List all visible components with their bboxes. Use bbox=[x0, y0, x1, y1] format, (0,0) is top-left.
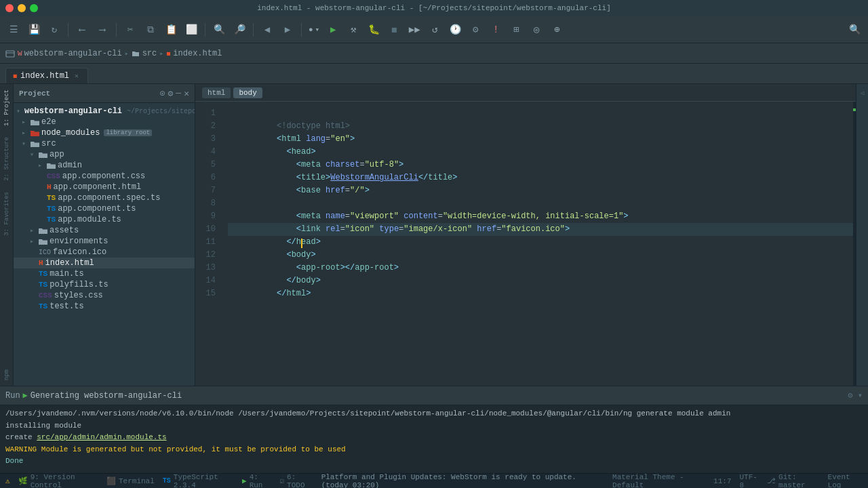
tree-settings-icon[interactable]: ⚙ bbox=[168, 88, 174, 99]
tree-item-app-css[interactable]: ▸ CSS app.component.css bbox=[14, 171, 195, 182]
maximize-button[interactable] bbox=[30, 4, 38, 12]
forward-button[interactable]: ▶ bbox=[278, 20, 297, 39]
refresh-button[interactable]: ↻ bbox=[45, 20, 64, 39]
search-everywhere-button[interactable]: 🔍 bbox=[845, 20, 864, 39]
panel-tab-npm[interactable]: npm bbox=[2, 364, 12, 386]
history-button[interactable]: 🕐 bbox=[446, 20, 465, 39]
window-title: index.html - webstorm-angular-cli - [~/P… bbox=[257, 4, 611, 12]
debug-button[interactable]: 🐛 bbox=[364, 20, 383, 39]
panel-tab-favorites[interactable]: 3: Favorites bbox=[2, 186, 12, 241]
save-button[interactable]: 💾 bbox=[24, 20, 43, 39]
tree-label-app-html: app.component.html bbox=[54, 182, 142, 192]
run-config-dropdown[interactable]: ● ▾ bbox=[306, 20, 322, 39]
code-line-1: <!doctype html> bbox=[228, 107, 856, 120]
status-typescript[interactable]: TS TypeScript 2.3.4 bbox=[163, 473, 234, 489]
svg-rect-0 bbox=[6, 51, 14, 57]
tree-collapse-icon[interactable]: — bbox=[176, 88, 181, 99]
redo-button[interactable]: ⟶ bbox=[93, 20, 112, 39]
test-button[interactable]: ◎ bbox=[527, 20, 546, 39]
panel-tab-project[interactable]: 1: Project bbox=[2, 84, 12, 131]
line-num-10: 10 bbox=[195, 223, 222, 236]
tree-item-index-html[interactable]: ▸ H index.html bbox=[14, 258, 195, 268]
status-event-log[interactable]: Event Log bbox=[828, 473, 863, 489]
window-controls bbox=[5, 4, 38, 12]
status-todo[interactable]: ☑ 6: TODO bbox=[279, 473, 313, 489]
tree-item-node-modules[interactable]: ▸ node_modules library root bbox=[14, 127, 195, 138]
settings-button[interactable]: ⚙ bbox=[466, 20, 485, 39]
nav-arrow-1: ▸ bbox=[125, 49, 129, 58]
tab-index-html[interactable]: ◼ index.html ✕ bbox=[5, 68, 88, 83]
back-button[interactable]: ◀ bbox=[258, 20, 277, 39]
tree-label-e2e: e2e bbox=[41, 117, 56, 127]
folder-icon-app bbox=[39, 151, 47, 159]
frame-button[interactable]: ⬜ bbox=[182, 20, 201, 39]
tree-item-main-ts[interactable]: ▸ TS main.ts bbox=[14, 268, 195, 279]
tree-item-polyfills[interactable]: ▸ TS polyfills.ts bbox=[14, 279, 195, 290]
run-label: Run ▶ Generating webstorm-angular-cli bbox=[5, 390, 182, 401]
stop-button[interactable]: ◼ bbox=[384, 20, 403, 39]
extra-button[interactable]: ⊕ bbox=[547, 20, 566, 39]
undo-button[interactable]: ⟵ bbox=[73, 20, 92, 39]
tree-item-module-ts[interactable]: ▸ TS app.module.ts bbox=[14, 214, 195, 225]
breadcrumb-html[interactable]: html bbox=[202, 87, 231, 98]
tree-item-app[interactable]: ▾ app bbox=[14, 149, 195, 160]
separator-5 bbox=[301, 23, 302, 37]
code-line-4: <meta charset="utf-8"> bbox=[228, 146, 856, 159]
find-button[interactable]: 🔍 bbox=[210, 20, 229, 39]
panel-tab-structure[interactable]: 2: Structure bbox=[2, 131, 12, 186]
reload-button[interactable]: ↺ bbox=[425, 20, 444, 39]
tree-locate-icon[interactable]: ⊙ bbox=[160, 88, 165, 99]
status-position[interactable]: 11:7 bbox=[713, 477, 731, 485]
nav-webstorm[interactable]: W webstorm-angular-cli bbox=[18, 49, 122, 58]
tree-close-icon[interactable]: ✕ bbox=[184, 88, 189, 99]
status-git[interactable]: ⎇ Git: master bbox=[767, 473, 820, 489]
tree-item-admin[interactable]: ▸ admin bbox=[14, 160, 195, 171]
folder-icon-assets bbox=[39, 227, 47, 235]
tree-item-root[interactable]: ▾ webstorm-angular-cli ~/Projects/sitepo… bbox=[14, 106, 195, 117]
editor-breadcrumb: html body bbox=[195, 84, 856, 102]
tab-close-button[interactable]: ✕ bbox=[73, 71, 81, 81]
tree-item-e2e[interactable]: ▸ e2e bbox=[14, 117, 195, 127]
side-icon-1[interactable]: ◁ bbox=[856, 87, 869, 99]
cut-button[interactable]: ✂ bbox=[121, 20, 140, 39]
line-num-7: 7 bbox=[195, 184, 222, 197]
status-run[interactable]: ▶ 4: Run bbox=[242, 473, 271, 489]
bottom-panel-settings[interactable]: ⚙ ▾ bbox=[848, 390, 863, 401]
nav-src[interactable]: src bbox=[142, 49, 157, 58]
status-version-control[interactable]: 🌿 9: Version Control bbox=[18, 473, 98, 489]
root-path: ~/Projects/sitepoi... bbox=[127, 108, 195, 115]
status-terminal[interactable]: ⬛ Terminal bbox=[106, 476, 155, 485]
copy-button[interactable]: ⧉ bbox=[141, 20, 160, 39]
tree-item-test-ts[interactable]: ▸ TS test.ts bbox=[14, 301, 195, 312]
paste-button[interactable]: 📋 bbox=[161, 20, 180, 39]
separator-4 bbox=[253, 23, 254, 37]
run-button[interactable]: ▶ bbox=[323, 20, 342, 39]
tree-item-src[interactable]: ▾ src bbox=[14, 138, 195, 149]
status-encoding[interactable]: UTF-8 bbox=[740, 473, 760, 489]
tree-label-admin: admin bbox=[58, 161, 82, 170]
coverage-button[interactable]: ▶▶ bbox=[405, 20, 424, 39]
tree-item-environments[interactable]: ▸ environments bbox=[14, 236, 195, 247]
status-theme[interactable]: Material Theme - Default bbox=[612, 473, 705, 489]
tree-item-spec[interactable]: ▸ TS app.component.spec.ts bbox=[14, 192, 195, 203]
ts-icon-main: TS bbox=[39, 270, 47, 278]
ts-icon-polyfills: TS bbox=[39, 281, 47, 289]
breadcrumb-body[interactable]: body bbox=[233, 87, 262, 98]
close-button[interactable] bbox=[5, 4, 14, 12]
title-bar: index.html - webstorm-angular-cli - [~/P… bbox=[0, 0, 868, 16]
minimize-button[interactable] bbox=[18, 4, 26, 12]
tree-item-assets[interactable]: ▸ assets bbox=[14, 225, 195, 236]
tree-item-app-html[interactable]: ▸ H app.component.html bbox=[14, 182, 195, 192]
tree-item-favicon[interactable]: ▸ ICO favicon.ico bbox=[14, 247, 195, 258]
menu-icon[interactable]: ☰ bbox=[4, 20, 23, 39]
nav-index-html[interactable]: index.html bbox=[173, 49, 222, 58]
tree-item-styles-css[interactable]: ▸ CSS styles.css bbox=[14, 290, 195, 301]
html-icon-index: H bbox=[39, 259, 43, 267]
code-line-12: <app-root></app-root> bbox=[228, 249, 856, 262]
tools-button[interactable]: ! bbox=[486, 20, 505, 39]
find-in-path-button[interactable]: 🔎 bbox=[230, 20, 249, 39]
database-button[interactable]: ⊞ bbox=[507, 20, 526, 39]
build-button[interactable]: ⚒ bbox=[344, 20, 363, 39]
code-content[interactable]: <!doctype html> <html lang="en"> <head> … bbox=[222, 102, 856, 386]
tree-item-app-ts[interactable]: ▸ TS app.component.ts bbox=[14, 203, 195, 214]
